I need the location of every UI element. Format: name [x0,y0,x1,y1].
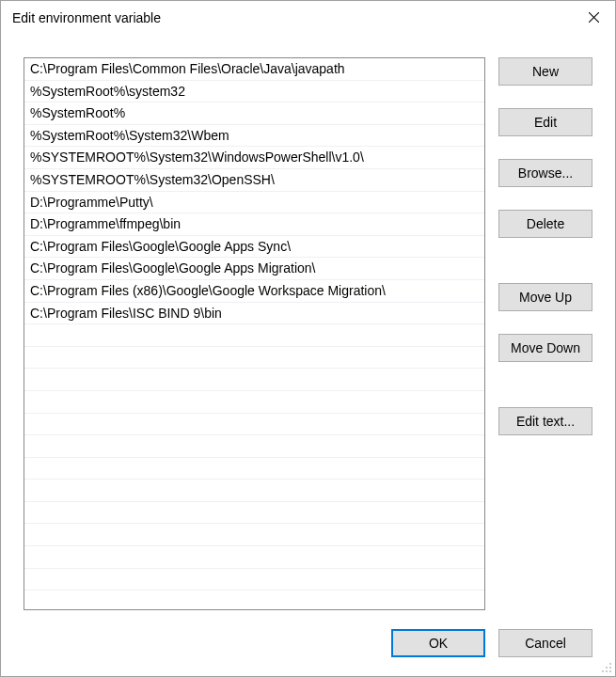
path-row[interactable]: C:\Program Files\Common Files\Oracle\Jav… [24,58,484,81]
content-area: C:\Program Files\Common Files\Oracle\Jav… [24,57,592,610]
path-row-empty[interactable] [24,324,484,347]
path-row[interactable]: %SystemRoot% [24,102,484,125]
path-row-empty[interactable] [24,414,484,436]
svg-point-6 [606,670,608,672]
move-down-button[interactable]: Move Down [498,334,592,362]
close-icon [589,12,599,23]
path-row-empty[interactable] [24,391,484,414]
path-row[interactable]: %SystemRoot%\system32 [24,81,484,103]
path-row[interactable]: %SYSTEMROOT%\System32\WindowsPowerShell\… [24,147,484,169]
delete-button[interactable]: Delete [498,210,592,238]
browse-button[interactable]: Browse... [498,159,592,187]
svg-point-2 [609,663,611,665]
path-listbox[interactable]: C:\Program Files\Common Files\Oracle\Jav… [24,57,485,610]
path-row-empty[interactable] [24,524,484,546]
path-row-empty[interactable] [24,546,484,569]
edit-button[interactable]: Edit [498,108,592,136]
path-row[interactable]: D:\Programme\ffmpeg\bin [24,213,484,236]
path-row[interactable]: C:\Program Files\Google\Google Apps Migr… [24,258,484,280]
move-up-button[interactable]: Move Up [498,283,592,311]
path-row-empty[interactable] [24,502,484,525]
titlebar: Edit environment variable [1,1,615,35]
path-row-empty[interactable] [24,569,484,591]
close-button[interactable] [572,2,615,32]
resize-grip-icon[interactable] [601,662,612,673]
path-row[interactable]: C:\Program Files (x86)\Google\Google Wor… [24,280,484,303]
ok-button[interactable]: OK [391,629,485,657]
path-row[interactable]: %SystemRoot%\System32\Wbem [24,125,484,148]
svg-point-5 [602,670,604,672]
path-row[interactable]: D:\Programme\Putty\ [24,192,484,214]
path-row-empty[interactable] [24,480,484,502]
path-row-empty[interactable] [24,369,484,391]
path-row-empty[interactable] [24,458,484,480]
path-row[interactable]: C:\Program Files\ISC BIND 9\bin [24,303,484,325]
dialog-footer: OK Cancel [391,629,592,657]
button-sidebar: New Edit Browse... Delete Move Up Move D… [498,57,592,610]
path-row-empty[interactable] [24,435,484,458]
svg-point-7 [609,670,611,672]
window-title: Edit environment variable [12,10,161,25]
path-row-empty[interactable] [24,347,484,370]
edit-text-button[interactable]: Edit text... [498,407,592,435]
path-row[interactable]: %SYSTEMROOT%\System32\OpenSSH\ [24,169,484,192]
cancel-button[interactable]: Cancel [498,629,592,657]
svg-point-4 [609,667,611,669]
svg-point-3 [606,667,608,669]
path-row[interactable]: C:\Program Files\Google\Google Apps Sync… [24,236,484,259]
new-button[interactable]: New [498,57,592,86]
